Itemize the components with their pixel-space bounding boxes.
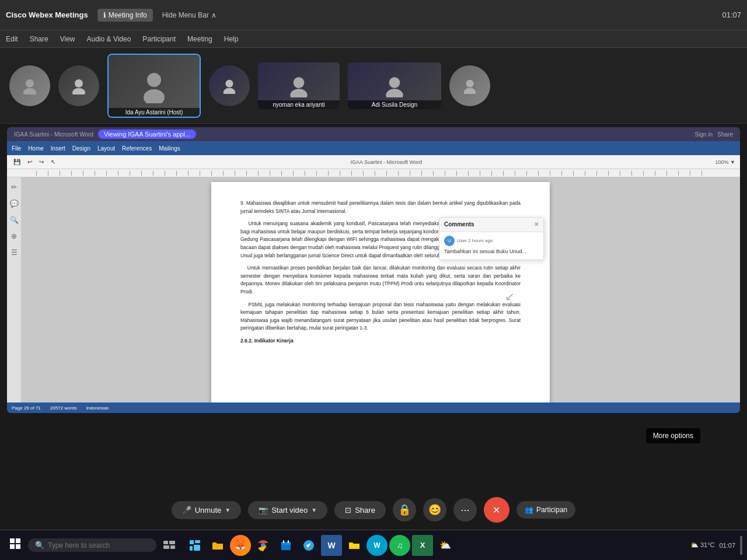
weather-display: ⛅ 31°C	[690, 541, 715, 549]
menu-share[interactable]: Share	[30, 35, 48, 43]
svg-rect-28	[281, 542, 291, 545]
sidebar-comment-icon[interactable]: 💬	[10, 200, 19, 208]
hide-menu-button[interactable]: Hide Menu Bar ∧	[162, 11, 217, 19]
word-file-tab[interactable]: File	[12, 145, 21, 152]
lock-button[interactable]: 🔒	[393, 498, 416, 522]
word-layout-tab[interactable]: Layout	[97, 145, 115, 152]
participant-avatar	[9, 65, 50, 106]
unmute-button[interactable]: 🎤 Unmute ▼	[172, 501, 241, 519]
windows-start-button[interactable]	[5, 536, 26, 555]
menu-view[interactable]: View	[60, 35, 75, 43]
participant-thumb-adi[interactable]: Adi Susila Design	[348, 62, 441, 109]
word-icon[interactable]: W	[321, 535, 342, 556]
participant-thumb-unknown	[9, 65, 50, 106]
share-button[interactable]: ⊡ Share	[334, 501, 386, 519]
svg-rect-24	[190, 546, 193, 551]
sub-menu-bar: Edit Share View Audio & Video Participan…	[0, 30, 747, 48]
show-desktop-icon[interactable]	[740, 536, 742, 555]
sidebar-zoom-icon[interactable]: ⊕	[11, 232, 17, 240]
start-video-button[interactable]: 📷 Start video ▼	[248, 501, 327, 519]
svg-rect-30	[288, 540, 289, 543]
svg-point-3	[72, 88, 85, 94]
widgets-icon[interactable]	[184, 535, 205, 556]
host-video-small	[58, 65, 99, 106]
svg-point-9	[290, 89, 307, 97]
svg-rect-25	[194, 545, 200, 551]
menu-help[interactable]: Help	[224, 35, 239, 43]
word-mailings-tab[interactable]: Mailings	[159, 145, 180, 152]
svg-rect-16	[10, 544, 15, 549]
chrome-icon[interactable]	[253, 535, 274, 556]
undo-icon[interactable]: ↩	[26, 158, 34, 166]
taskbar-search-wrap[interactable]: 🔍	[28, 538, 156, 552]
word-ribbon: File Home Insert Design Layout Reference…	[7, 141, 740, 155]
folder-icon[interactable]	[344, 535, 365, 556]
svg-point-5	[144, 89, 165, 103]
webex-icon[interactable]: W	[366, 535, 388, 556]
file-explorer-icon[interactable]	[207, 535, 228, 556]
word-references-tab[interactable]: References	[122, 145, 152, 152]
svg-point-13	[464, 88, 476, 93]
viewing-badge: Viewing IGAA Suartini's appl...	[98, 130, 196, 139]
menu-meeting[interactable]: Meeting	[187, 35, 212, 43]
svg-rect-29	[283, 540, 284, 543]
svg-point-2	[75, 79, 83, 88]
end-call-button[interactable]: ✕	[484, 497, 509, 523]
save-icon[interactable]: 💾	[12, 158, 22, 166]
info-icon: ℹ	[103, 11, 106, 19]
page-info: Page 29 of 71	[12, 405, 41, 411]
sidebar-edit-icon[interactable]: ✏	[11, 183, 17, 191]
svg-rect-17	[16, 544, 20, 549]
emoji-button[interactable]: 😊	[423, 498, 446, 522]
share-screen-icon: ⊡	[345, 506, 351, 514]
emoji-icon: 😊	[428, 503, 441, 516]
chevron-up-icon: ∧	[211, 11, 217, 19]
task-view-icon[interactable]	[159, 535, 180, 556]
video-chevron-icon: ▼	[311, 507, 317, 513]
calendar-icon[interactable]	[275, 535, 296, 556]
participant-thumb-nyoman[interactable]: nyoman eka ariyanti	[258, 62, 340, 109]
comments-panel[interactable]: Comments ✕ U User 2 hours ago Tambahkan …	[439, 217, 544, 260]
shared-screen: IGAA Suartini - Microsoft Word Viewing I…	[7, 127, 740, 413]
doc-scroll-area[interactable]: 9. Mahasiswa diwajibkan untuk mensubmit …	[21, 177, 740, 402]
participant-thumb-host[interactable]: Ida Ayu Astarini (Host)	[107, 54, 201, 118]
adi-name: Adi Susila Design	[348, 100, 441, 109]
participant-thumb-nyoman-small	[209, 65, 250, 106]
taskbar-search-input[interactable]	[48, 541, 149, 550]
participant-col-adi: Adi Susila Design	[348, 62, 441, 109]
spotify-icon[interactable]: ♫	[389, 535, 410, 556]
screen-share-header: IGAA Suartini - Microsoft Word Viewing I…	[7, 127, 740, 141]
comments-close-icon[interactable]: ✕	[534, 220, 539, 229]
svg-rect-22	[190, 540, 194, 544]
svg-rect-15	[16, 538, 20, 543]
host-name: Ida Ayu Astarini (Host)	[109, 108, 200, 117]
word-count: 20572 words	[50, 405, 77, 411]
participants-button[interactable]: 👥 Participan	[516, 501, 575, 519]
participant-col-host: Ida Ayu Astarini (Host)	[107, 54, 201, 118]
firefox-icon[interactable]: 🦊	[230, 535, 251, 556]
menu-participant[interactable]: Participant	[142, 35, 176, 43]
weather-taskbar-icon[interactable]: ⛅	[435, 535, 456, 556]
menu-audio-video[interactable]: Audio & Video	[87, 35, 131, 43]
sidebar-nav-icon[interactable]: ☰	[11, 249, 18, 257]
svg-point-0	[26, 79, 34, 88]
word-home-tab[interactable]: Home	[28, 145, 44, 152]
taskbar-app-icons: 🦊 W	[184, 535, 456, 556]
redo-icon[interactable]: ↪	[37, 158, 46, 166]
participant-col-unknown	[9, 65, 50, 106]
excel-icon[interactable]: X	[412, 535, 433, 556]
telegram-icon[interactable]	[298, 535, 319, 556]
cursor-icon[interactable]: ↖	[49, 158, 57, 166]
more-options-tooltip: More options	[646, 428, 700, 443]
word-insert-tab[interactable]: Insert	[51, 145, 65, 152]
meeting-info-button[interactable]: ℹ Meeting Info	[97, 9, 153, 22]
more-button[interactable]: ···	[453, 498, 477, 522]
more-icon: ···	[460, 504, 469, 516]
sidebar-search-icon[interactable]: 🔍	[10, 216, 19, 224]
word-design-tab[interactable]: Design	[72, 145, 90, 152]
comment-text: Tambahkan ini sesuai Buku Unud...	[444, 247, 539, 256]
comments-header: Comments ✕	[439, 218, 543, 232]
menu-edit[interactable]: Edit	[6, 35, 18, 43]
menu-bar: Cisco Webex Meetings ℹ Meeting Info Hide…	[0, 0, 747, 30]
doc-area: ✏ 💬 🔍 ⊕ ☰ 9. Mahasiswa diwajibkan untuk …	[7, 177, 740, 402]
